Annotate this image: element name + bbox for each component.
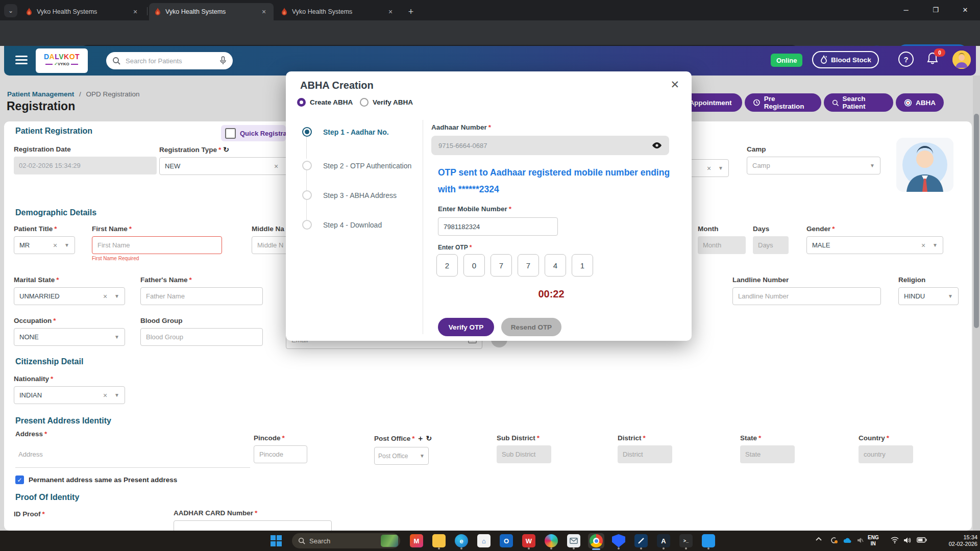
help-icon[interactable]: ? xyxy=(898,52,914,67)
clear-icon[interactable]: × xyxy=(103,391,107,399)
nationality-select[interactable]: INDIAN × ▼ xyxy=(14,386,125,404)
clear-icon[interactable]: × xyxy=(274,162,278,170)
history-clock-icon xyxy=(753,98,761,107)
scrollbar-thumb[interactable] xyxy=(974,114,979,328)
camp-select[interactable]: Camp ▼ xyxy=(747,157,880,174)
battery-icon[interactable] xyxy=(917,537,927,543)
slack-icon[interactable] xyxy=(543,533,559,548)
father-name-input[interactable] xyxy=(140,287,263,305)
refresh-icon[interactable]: ↻ xyxy=(223,145,229,154)
marital-state-select[interactable]: UNMARRIED × ▼ xyxy=(14,287,125,305)
state-field: State* xyxy=(740,434,795,463)
browser-tab-active[interactable]: Vyko Health Systems × xyxy=(149,3,274,20)
patient-search-box[interactable] xyxy=(106,52,233,69)
window-minimize-button[interactable]: ─ xyxy=(894,0,918,19)
vscode-icon[interactable] xyxy=(700,533,717,548)
edge-icon[interactable]: e xyxy=(453,533,470,548)
blood-group-input[interactable] xyxy=(140,328,263,346)
microphone-icon[interactable] xyxy=(219,56,227,65)
search-patient-button[interactable]: Search Patient xyxy=(824,93,893,112)
pre-registration-button[interactable]: Pre Registration xyxy=(745,93,821,112)
a-app-icon[interactable]: A xyxy=(655,533,672,548)
window-maximize-button[interactable]: ❐ xyxy=(924,0,947,19)
chrome-icon[interactable] xyxy=(588,533,604,548)
patient-title-select[interactable]: MR × ▼ xyxy=(14,236,75,254)
window-close-button[interactable]: ✕ xyxy=(953,0,977,19)
file-explorer-icon[interactable] xyxy=(431,533,447,548)
quick-registration-checkbox[interactable] xyxy=(225,128,236,139)
clear-icon[interactable]: × xyxy=(921,241,925,249)
tab-close-icon[interactable]: × xyxy=(131,7,140,16)
quick-registration-toggle[interactable]: Quick Registra xyxy=(221,125,286,141)
outlook-icon[interactable]: O xyxy=(498,533,514,548)
verify-otp-button[interactable]: Verify OTP xyxy=(438,318,494,336)
clear-icon[interactable]: × xyxy=(707,164,711,172)
address-input[interactable] xyxy=(15,441,250,468)
breadcrumb-patient-management[interactable]: Patient Management xyxy=(7,90,74,98)
abha-creation-modal: ABHA Creation ✕ Create ABHA Verify ABHA … xyxy=(286,71,692,341)
modal-close-icon[interactable]: ✕ xyxy=(670,79,679,91)
taskbar-search[interactable]: Search xyxy=(292,533,400,548)
new-tab-button[interactable]: + xyxy=(404,5,418,18)
tray-mute-icon[interactable] xyxy=(856,537,864,544)
patient-photo[interactable] xyxy=(896,138,953,192)
step-1[interactable]: Step 1 - Aadhar No. xyxy=(302,127,389,137)
wifi-icon[interactable] xyxy=(891,537,899,543)
terminal-icon[interactable]: >_ xyxy=(678,533,694,548)
m365-app-icon[interactable]: M xyxy=(408,533,425,548)
otp-digit-input[interactable]: 1 xyxy=(572,254,593,277)
search-highlight-thumbnail[interactable] xyxy=(381,535,398,547)
tab-close-icon[interactable]: × xyxy=(259,7,268,16)
registration-type-select[interactable]: NEW × ▼ xyxy=(159,157,296,175)
page-scrollbar[interactable] xyxy=(973,76,980,531)
store-icon[interactable]: ⌂ xyxy=(476,533,492,548)
otp-digit-input[interactable]: 7 xyxy=(518,254,539,277)
start-button[interactable] xyxy=(271,535,282,546)
mail-icon[interactable] xyxy=(566,533,582,548)
clear-icon[interactable]: × xyxy=(53,241,57,249)
browser-tab[interactable]: Vyko Health Systems × xyxy=(276,3,400,20)
patient-search-input[interactable] xyxy=(125,57,219,65)
otp-digit-input[interactable]: 4 xyxy=(545,254,566,277)
volume-icon[interactable] xyxy=(903,537,911,544)
verify-abha-radio[interactable]: Verify ABHA xyxy=(360,98,413,107)
onedrive-icon[interactable] xyxy=(843,537,852,543)
clear-icon[interactable]: × xyxy=(103,292,107,300)
eye-icon[interactable] xyxy=(652,142,662,149)
step-4[interactable]: Step 4 - Download xyxy=(302,220,382,230)
abha-button[interactable]: ABHA xyxy=(896,93,944,112)
gender-select[interactable]: MALE × ▼ xyxy=(806,236,943,254)
tray-expand-chevron-icon[interactable] xyxy=(816,537,822,541)
otp-digit-input[interactable]: 0 xyxy=(463,254,485,277)
sub-district-input xyxy=(497,445,551,463)
same-address-checkbox[interactable]: ✓ xyxy=(15,475,24,484)
taskbar-clock[interactable]: 15:34 02-02-2026 xyxy=(942,534,977,547)
app-logo[interactable]: DALVKOT ✓VYKO xyxy=(36,48,88,73)
refresh-icon[interactable]: ↻ xyxy=(426,434,432,442)
step-3[interactable]: Step 3 - ABHA Address xyxy=(302,190,397,200)
tab-search-button[interactable]: ⌄ xyxy=(4,4,17,17)
landline-input[interactable] xyxy=(732,287,881,305)
browser-tab[interactable]: Vyko Health Systems × xyxy=(20,3,145,20)
step-2[interactable]: Step 2 - OTP Authentication xyxy=(302,161,411,170)
word-red-app-icon[interactable]: W xyxy=(521,533,537,548)
religion-select[interactable]: HINDU ▼ xyxy=(898,287,959,305)
tab-close-icon[interactable]: × xyxy=(386,7,395,16)
post-office-select[interactable]: Post Office ▼ xyxy=(374,447,429,465)
occupation-select[interactable]: NONE ▼ xyxy=(14,328,125,346)
mobile-number-input[interactable] xyxy=(438,217,558,236)
otp-digit-input[interactable]: 7 xyxy=(491,254,512,277)
user-avatar[interactable] xyxy=(952,51,971,69)
notifications-button[interactable]: 0 xyxy=(926,52,943,68)
pincode-input[interactable] xyxy=(254,445,307,463)
menu-hamburger-icon[interactable] xyxy=(15,56,28,64)
defender-shield-icon[interactable] xyxy=(610,533,627,548)
first-name-input[interactable] xyxy=(92,236,222,254)
tray-sync-icon[interactable] xyxy=(830,536,838,544)
pen-app-icon[interactable] xyxy=(633,533,649,548)
blood-stock-button[interactable]: Blood Stock xyxy=(812,51,879,68)
language-indicator[interactable]: ENGIN xyxy=(868,535,879,547)
plus-icon[interactable]: ＋ xyxy=(417,434,424,442)
otp-digit-input[interactable]: 2 xyxy=(436,254,458,277)
create-abha-radio[interactable]: Create ABHA xyxy=(297,98,353,107)
